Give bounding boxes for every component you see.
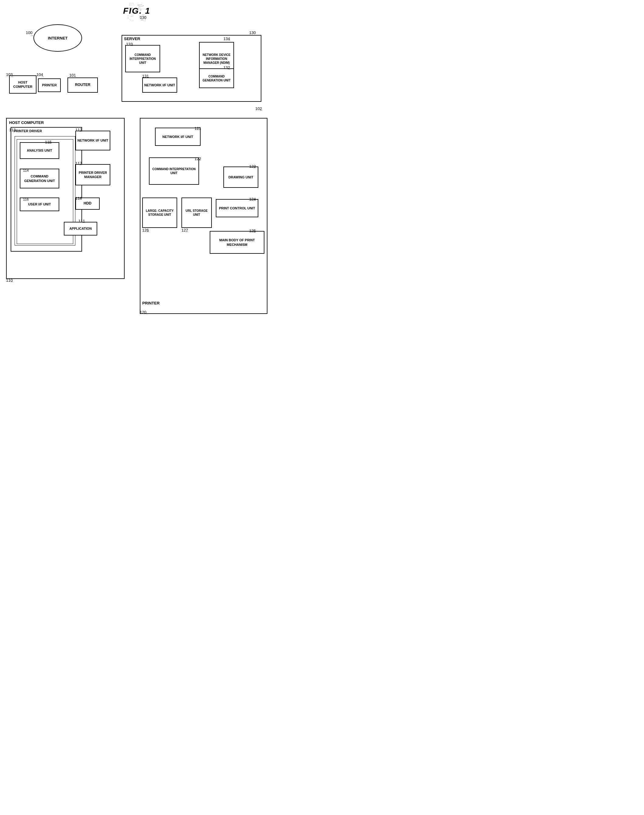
host-computer-large-label: HOST COMPUTER <box>9 120 44 125</box>
server-label: SERVER <box>124 37 140 41</box>
r126-tick: ⌒ <box>146 231 150 236</box>
ref-130-tick: ⌒ <box>140 19 144 24</box>
svg-line-28 <box>130 20 132 21</box>
main-body-print: MAIN BODY OF PRINT MECHANISM <box>210 231 264 254</box>
ref-114: ⌒114 <box>20 168 29 173</box>
network-if-printer: NETWORK I/F UNIT <box>155 128 201 146</box>
r111-tick: ⌒ <box>82 222 85 227</box>
analysis-unit: ANALYSIS UNIT <box>20 142 59 159</box>
r123-tick: ⌒ <box>253 167 256 172</box>
r121-tick: ⌒ <box>198 129 201 133</box>
r113-tick: ⌒ <box>13 131 17 135</box>
r102-tick: ⌒ <box>259 109 263 114</box>
command-interp-printer: COMMAND INTERPRETATION UNIT <box>149 158 199 185</box>
internet-label: INTERNET <box>48 36 68 40</box>
printer-driver-label: PRINTER DRIVER <box>14 129 42 133</box>
r127-tick: ⌒ <box>186 231 189 236</box>
r132-tick: ⌒ <box>227 68 231 73</box>
ref-116: ⌒116 <box>20 197 29 202</box>
r131-tick: ⌒ <box>146 77 150 81</box>
r133-tick: ⌒ <box>130 45 133 49</box>
router-node: ROUTER <box>67 78 98 93</box>
r125-tick: ⌒ <box>253 231 256 236</box>
url-storage-unit: URL STORAGE UNIT <box>181 198 212 228</box>
application-box: APPLICATION <box>64 222 97 236</box>
r101-tick: ⌒ <box>73 77 76 81</box>
r104-tick: ⌒ <box>41 76 44 81</box>
fig-title: FIG. 1 <box>6 6 267 16</box>
printer-large-label: PRINTER <box>142 301 159 305</box>
ref-100: 100 <box>26 31 32 35</box>
r115-tick: ⌒ <box>49 142 52 147</box>
internet-node: INTERNET <box>34 24 82 52</box>
ref-130b: 130 <box>249 31 256 35</box>
print-control-unit: PRINT CONTROL UNIT <box>216 199 258 217</box>
r120-tick: ⌒ <box>144 313 147 317</box>
r110-tick: ⌒ <box>10 281 14 286</box>
r124-tick: ⌒ <box>253 200 256 204</box>
r103-tick: ⌒ <box>10 76 14 81</box>
r100-tick: ⌒ <box>31 35 34 40</box>
r122-tick: ⌒ <box>198 159 201 164</box>
r118-tick: ⌒ <box>79 198 82 202</box>
r112-tick: ⌒ <box>79 131 82 135</box>
diagram-container: FIG. 1 <box>0 0 273 28</box>
r134-tick: ⌒ <box>227 40 231 44</box>
large-capacity-unit: LARGE- CAPACITY STORAGE UNIT <box>142 198 177 228</box>
r117-tick: ⌒ <box>79 164 82 169</box>
